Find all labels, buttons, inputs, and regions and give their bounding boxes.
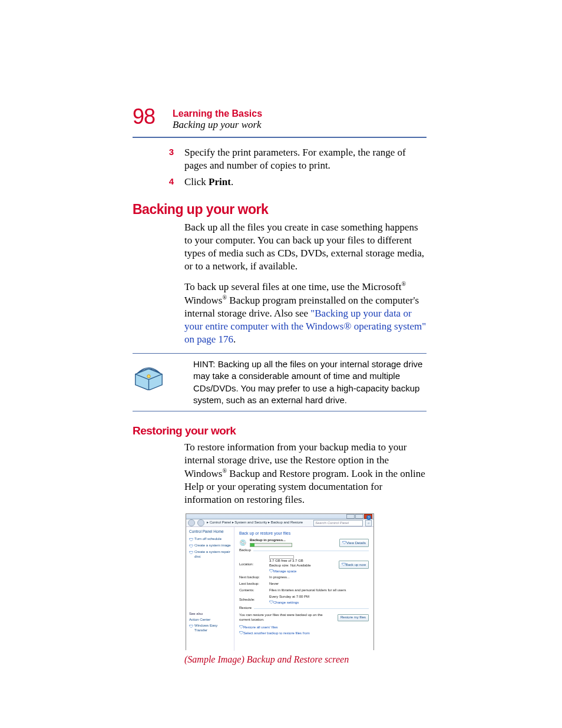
- para2-b: Windows: [184, 295, 222, 306]
- heading-restoring: Restoring your work: [133, 424, 427, 437]
- reg-mark: ®: [401, 281, 406, 287]
- shield-icon: 🛡: [239, 631, 243, 635]
- page-number: 98: [133, 106, 155, 127]
- reg-mark: ®: [222, 467, 227, 474]
- shield-icon: 🛡: [189, 624, 193, 633]
- para-backup-tool: To back up several files at one time, us…: [184, 280, 427, 346]
- sidebar-home-link[interactable]: Control Panel Home: [189, 529, 231, 534]
- search-icon[interactable]: ⌕: [365, 520, 372, 526]
- header-rule: [133, 137, 427, 138]
- para-restore: To restore information from your backup …: [184, 441, 427, 506]
- shield-icon: 🛡: [269, 569, 273, 573]
- reg-mark: ®: [222, 294, 227, 301]
- schedule-value: Every Sunday at 7:00 PM: [269, 595, 309, 599]
- restore-description: You can restore your files that were bac…: [239, 613, 334, 622]
- sidebar-turn-off-schedule[interactable]: 🛡Turn off schedule: [189, 537, 231, 542]
- change-settings-link[interactable]: 🛡Change settings: [269, 599, 309, 605]
- nav-bar: ▸ Control Panel ▸ System and Security ▸ …: [186, 519, 373, 527]
- backup-size-text: Backup size: Not Available: [269, 564, 335, 568]
- restore-my-files-button[interactable]: Restore my files: [338, 614, 369, 621]
- step-4-suffix: .: [231, 176, 233, 187]
- location-label: Location:: [239, 562, 266, 567]
- backup-legend: Backup: [239, 548, 253, 553]
- sidebar-create-repair-disc[interactable]: 🛡Create a system repair disc: [189, 550, 231, 559]
- contents-value: Files in libraries and personal folders …: [269, 588, 346, 593]
- svg-point-0: [147, 375, 150, 378]
- sidebar-create-system-image[interactable]: 🛡Create a system image: [189, 543, 231, 549]
- contents-label: Contents:: [239, 588, 266, 593]
- shield-icon: 🛡: [189, 550, 193, 559]
- restore-legend: Restore: [239, 606, 254, 611]
- maximize-button[interactable]: [355, 514, 363, 519]
- breadcrumb[interactable]: ▸ Control Panel ▸ System and Security ▸ …: [207, 521, 303, 525]
- shield-icon: 🛡: [189, 543, 193, 549]
- next-backup-label: Next backup:: [239, 575, 266, 580]
- para2-d: .: [233, 334, 236, 345]
- cd-icon: 💿: [239, 539, 246, 546]
- main-title: Back up or restore your files: [239, 531, 369, 536]
- restore-all-users-link[interactable]: 🛡Restore all users' files: [239, 624, 369, 630]
- step-text-3: Specify the print parameters. For exampl…: [184, 146, 427, 172]
- shield-icon: 🛡: [342, 562, 346, 566]
- step-4-prefix: Click: [184, 176, 209, 187]
- last-backup-value: Never: [269, 582, 279, 587]
- step-4-bold: Print: [209, 176, 231, 187]
- backup-in-progress-label: Backup in progress...: [250, 538, 286, 542]
- step-number-4: 4: [167, 176, 174, 189]
- next-backup-value: In progress...: [269, 575, 290, 580]
- nav-back-icon[interactable]: [188, 519, 195, 526]
- sidebar-easy-transfer[interactable]: 🛡Windows Easy Transfer: [189, 624, 231, 633]
- heading-backing-up: Backing up your work: [133, 202, 427, 218]
- shield-icon: 🛡: [189, 537, 193, 542]
- sidebar: ? Control Panel Home 🛡Turn off schedule …: [186, 527, 234, 651]
- hint-text: HINT: Backing up all the files on your i…: [193, 358, 427, 406]
- window-titlebar: [186, 514, 373, 519]
- step-text-4: Click Print.: [184, 176, 233, 189]
- last-backup-label: Last backup:: [239, 582, 266, 587]
- para-backup-intro: Back up all the files you create in case…: [184, 221, 427, 273]
- progress-bar: [250, 543, 292, 547]
- minimize-button[interactable]: [346, 514, 355, 519]
- hint-rule-top: [133, 353, 427, 354]
- schedule-label: Schedule:: [239, 598, 266, 602]
- sidebar-action-center[interactable]: Action Center: [189, 618, 231, 622]
- search-input[interactable]: Search Control Panel: [313, 520, 363, 526]
- screenshot-caption: (Sample Image) Backup and Restore screen: [184, 654, 427, 666]
- main-panel: Back up or restore your files 💿 Backup i…: [234, 527, 373, 651]
- hint-rule-bottom: [133, 411, 427, 411]
- chapter-title: Learning the Basics: [173, 108, 262, 119]
- shield-icon: 🛡: [239, 625, 243, 629]
- nav-forward-icon[interactable]: [197, 519, 204, 526]
- para2-a: To back up several files at one time, us…: [184, 281, 401, 292]
- step-number-3: 3: [167, 146, 174, 172]
- free-space-text: 3.7 GB free of 3.7 GB: [269, 559, 335, 564]
- manage-space-link[interactable]: 🛡Manage space: [269, 568, 335, 574]
- treasure-chest-icon: [133, 361, 165, 390]
- view-details-button[interactable]: 🛡View Details: [339, 539, 369, 547]
- select-another-backup-link[interactable]: 🛡Select another backup to restore files …: [239, 630, 369, 636]
- see-also-header: See also: [189, 612, 231, 617]
- backup-restore-screenshot: ▸ Control Panel ▸ System and Security ▸ …: [186, 513, 374, 650]
- shield-icon: 🛡: [269, 600, 273, 604]
- section-subtitle: Backing up your work: [173, 119, 262, 131]
- back-up-now-button[interactable]: 🛡Back up now: [339, 561, 369, 569]
